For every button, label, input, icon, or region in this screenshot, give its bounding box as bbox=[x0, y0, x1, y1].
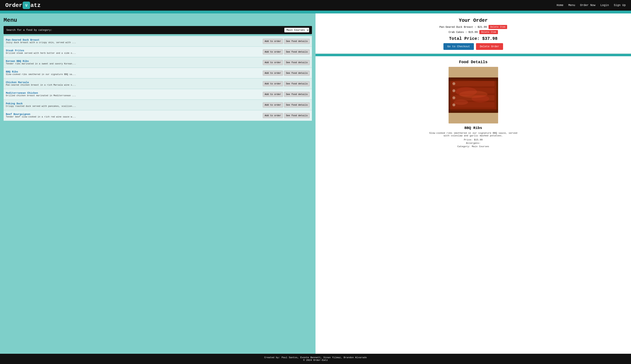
food-details-section: Food Details bbox=[316, 56, 631, 354]
see-food-details-button[interactable]: See food details bbox=[284, 102, 310, 108]
add-to-order-button[interactable]: Add to order bbox=[263, 102, 283, 108]
main-content: Menu Search for a food by category: Main… bbox=[0, 14, 631, 354]
footer: Created by: Paul Santos, Evonte Bennett,… bbox=[0, 354, 631, 364]
nav-home[interactable]: Home bbox=[557, 4, 563, 7]
order-item-2-name-price: Crab Cakes : $15.99 bbox=[449, 31, 478, 34]
menu-item-name: Chicken Marsala bbox=[6, 81, 263, 84]
menu-item-actions: Add to order See food details bbox=[263, 60, 310, 65]
header: Order atz Home Menu Order Now Login Sign… bbox=[0, 0, 631, 10]
see-food-details-button[interactable]: See food details bbox=[284, 39, 310, 44]
footer-copyright: © 2024 Order-Eatz bbox=[3, 359, 628, 362]
menu-item-actions: Add to order See food details bbox=[263, 49, 310, 54]
add-to-order-button[interactable]: Add to order bbox=[263, 81, 283, 86]
add-to-order-button[interactable]: Add to order bbox=[263, 70, 283, 76]
add-to-order-button[interactable]: Add to order bbox=[263, 49, 283, 54]
nav: Home Menu Order Now Login Sign Up bbox=[557, 4, 626, 7]
menu-item: Peking Duck Crispy roasted duck served w… bbox=[4, 100, 312, 110]
menu-item-name: Korean BBQ Ribs bbox=[6, 60, 263, 62]
order-actions: Go to Checkout Delete Order bbox=[321, 43, 626, 50]
add-to-order-button[interactable]: Add to order bbox=[263, 60, 283, 65]
menu-item-desc: Juicy duck breast with a crispy skin, se… bbox=[6, 42, 263, 44]
add-to-order-button[interactable]: Add to order bbox=[263, 113, 283, 118]
order-section: Your Order Pan-Seared Duck Breast : $21.… bbox=[316, 14, 631, 54]
menu-item-info: Korean BBQ Ribs Tender ribs marinated in… bbox=[6, 60, 263, 65]
menu-item-desc: Tender beef slow-cooked in a rich red wi… bbox=[6, 116, 263, 118]
menu-item: Mediterranean Chicken Grilled chicken br… bbox=[4, 89, 312, 100]
bbq-ribs-image bbox=[449, 67, 498, 124]
food-image bbox=[449, 67, 498, 124]
menu-item-info: Chicken Marsala Pan-seared chicken breas… bbox=[6, 81, 263, 86]
menu-item: BBQ Ribs Slow-cooked ribs smothered in o… bbox=[4, 68, 312, 78]
order-item-1-name-price: Pan-Seared Duck Breast : $21.99 bbox=[439, 26, 487, 28]
svg-rect-22 bbox=[449, 78, 498, 113]
category-select[interactable]: Main Courses Appetizers Desserts Beverag… bbox=[284, 28, 309, 32]
delete-item-1-button[interactable]: Delete Item bbox=[488, 25, 507, 29]
menu-item-info: Pan-Seared Duck Breast Juicy duck breast… bbox=[6, 38, 263, 44]
menu-item: Beef Bourguignon Tender beef slow-cooked… bbox=[4, 110, 312, 121]
see-food-details-button[interactable]: See food details bbox=[284, 81, 310, 86]
menu-item-desc: Crispy roasted duck served with pancakes… bbox=[6, 105, 263, 108]
menu-item: Steak Frites Grilled steak served with h… bbox=[4, 46, 312, 57]
food-detail-category: Category: Main Courses bbox=[321, 145, 626, 148]
nav-login[interactable]: Login bbox=[600, 4, 609, 7]
menu-item-desc: Slow-cooked ribs smothered in our signat… bbox=[6, 73, 263, 76]
menu-item: Korean BBQ Ribs Tender ribs marinated in… bbox=[4, 57, 312, 68]
menu-item-info: Steak Frites Grilled steak served with h… bbox=[6, 49, 263, 54]
menu-item-info: Mediterranean Chicken Grilled chicken br… bbox=[6, 92, 263, 97]
menu-item-info: Peking Duck Crispy roasted duck served w… bbox=[6, 102, 263, 108]
menu-item-info: Beef Bourguignon Tender beef slow-cooked… bbox=[6, 113, 263, 118]
nav-order-now[interactable]: Order Now bbox=[580, 4, 595, 7]
menu-list: Pan-Seared Duck Breast Juicy duck breast… bbox=[4, 36, 312, 121]
see-food-details-button[interactable]: See food details bbox=[284, 60, 310, 65]
food-details-title: Food Details bbox=[321, 60, 626, 64]
menu-item-name: Steak Frites bbox=[6, 49, 263, 52]
menu-item-desc: Grilled steak served with herb butter an… bbox=[6, 52, 263, 54]
menu-item: Chicken Marsala Pan-seared chicken breas… bbox=[4, 78, 312, 89]
teal-divider-right bbox=[316, 54, 631, 56]
food-detail-price: Price: $15.99 bbox=[321, 138, 626, 141]
food-image-container bbox=[321, 67, 626, 124]
logo-atz: atz bbox=[31, 2, 41, 9]
menu-item-actions: Add to order See food details bbox=[263, 113, 310, 118]
menu-item-actions: Add to order See food details bbox=[263, 39, 310, 44]
logo-icon bbox=[23, 2, 30, 9]
food-detail-name: BBQ Ribs bbox=[321, 126, 626, 130]
add-to-order-button[interactable]: Add to order bbox=[263, 92, 283, 97]
menu-item-desc: Pan-seared chicken breast in a rich Mars… bbox=[6, 84, 263, 86]
total-price: Total Price: $37.98 bbox=[321, 36, 626, 41]
see-food-details-button[interactable]: See food details bbox=[284, 49, 310, 54]
add-to-order-button[interactable]: Add to order bbox=[263, 39, 283, 44]
food-detail-desc: Slow-cooked ribs smothered in our signat… bbox=[429, 132, 517, 137]
menu-item: Pan-Seared Duck Breast Juicy duck breast… bbox=[4, 36, 312, 46]
menu-item-actions: Add to order See food details bbox=[263, 70, 310, 76]
left-panel: Menu Search for a food by category: Main… bbox=[0, 14, 316, 354]
search-bar: Search for a food by category: Main Cour… bbox=[4, 26, 312, 34]
delete-item-2-button[interactable]: Delete Item bbox=[479, 30, 498, 34]
menu-item-actions: Add to order See food details bbox=[263, 81, 310, 86]
delete-order-button[interactable]: Delete Order bbox=[476, 43, 503, 50]
checkout-button[interactable]: Go to Checkout bbox=[443, 43, 474, 50]
menu-item-info: BBQ Ribs Slow-cooked ribs smothered in o… bbox=[6, 70, 263, 76]
teal-banner bbox=[0, 10, 631, 14]
nav-signup[interactable]: Sign Up bbox=[614, 4, 626, 7]
fork-icon bbox=[24, 3, 29, 8]
nav-menu[interactable]: Menu bbox=[568, 4, 575, 7]
see-food-details-button[interactable]: See food details bbox=[284, 70, 310, 76]
menu-item-name: Pan-Seared Duck Breast bbox=[6, 38, 263, 42]
menu-item-name: Mediterranean Chicken bbox=[6, 92, 263, 94]
menu-item-name: Peking Duck bbox=[6, 102, 263, 105]
menu-item-desc: Grilled chicken breast marinated in Medi… bbox=[6, 94, 263, 97]
logo-order: Order bbox=[5, 2, 22, 9]
see-food-details-button[interactable]: See food details bbox=[284, 113, 310, 118]
order-item-row-1: Pan-Seared Duck Breast : $21.99 Delete I… bbox=[321, 25, 626, 29]
see-food-details-button[interactable]: See food details bbox=[284, 92, 310, 97]
logo: Order atz bbox=[5, 2, 41, 9]
order-title: Your Order bbox=[321, 18, 626, 23]
order-item-row-2: Crab Cakes : $15.99 Delete Item bbox=[321, 30, 626, 34]
menu-item-actions: Add to order See food details bbox=[263, 92, 310, 97]
menu-item-name: BBQ Ribs bbox=[6, 70, 263, 73]
food-detail-allergens: Allergens: bbox=[321, 142, 626, 144]
menu-item-name: Beef Bourguignon bbox=[6, 113, 263, 116]
menu-title: Menu bbox=[4, 17, 312, 24]
search-label: Search for a food by category: bbox=[6, 29, 52, 32]
